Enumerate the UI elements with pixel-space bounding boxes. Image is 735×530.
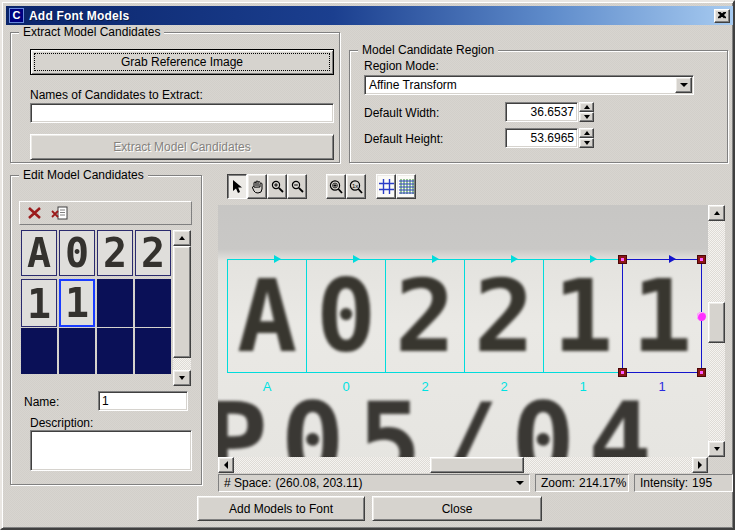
extract-group-title: Extract Model Candidates [19,25,164,39]
name-label: Name: [24,395,59,409]
character-region-box[interactable]: A [227,259,307,373]
region-mode-dropdown-icon[interactable] [675,77,692,93]
image-character: 1 [553,258,613,375]
viewer-scroll-down-icon[interactable] [708,441,725,457]
names-of-candidates-input[interactable] [34,106,330,120]
zoom-in-icon[interactable] [267,174,287,199]
coordinate-space-combobox[interactable]: # Space: (260.08, 203.11) [218,474,530,492]
zoom-status: Zoom: 214.17% [535,474,629,492]
region-corner-handle[interactable] [618,255,627,264]
region-mode-combobox[interactable]: Affine Transform [364,75,694,95]
empty-candidate-cell[interactable] [21,328,57,374]
zoom-1x-icon[interactable]: 1x [346,174,366,199]
character-region-label: A [227,379,307,394]
candidate-thumbnail-char: 1 [27,282,51,326]
grab-reference-image-button[interactable]: Grab Reference Image [30,49,334,75]
candidate-scroll-up-icon[interactable] [173,230,191,246]
image-character: A [237,258,297,375]
candidate-scroll-down-icon[interactable] [173,370,191,386]
zoom-out-icon[interactable] [287,174,307,199]
candidate-cell[interactable]: 1 [21,279,57,327]
character-region-label: 2 [464,379,544,394]
close-icon[interactable] [714,9,730,23]
region-corner-handle[interactable] [618,368,627,377]
image-viewer[interactable]: P05/04 AA0022221111 [218,205,708,457]
space-value: (260.08, 203.11) [275,476,362,490]
delete-candidate-icon[interactable] [27,206,42,220]
description-textarea[interactable] [34,433,188,468]
svg-text:1x: 1x [352,183,358,189]
extract-model-candidates-button[interactable]: Extract Model Candidates [30,134,334,160]
region-direction-arrow-icon [353,255,360,263]
space-label: # Space: [224,476,271,490]
select-tool-icon[interactable] [227,174,247,199]
candidate-thumbnail-char: 2 [141,231,165,275]
image-character: 2 [395,258,455,375]
space-dropdown-icon[interactable] [516,481,524,485]
interactive-zoom-icon[interactable] [326,174,346,199]
candidate-cell[interactable]: 1 [59,279,95,327]
pan-tool-icon[interactable] [247,174,267,199]
image-text-row2: P05/04 [218,389,665,457]
name-input[interactable] [102,394,184,408]
selected-character-region-box[interactable]: 1 [622,259,702,373]
region-direction-arrow-icon [511,255,518,263]
description-field-wrap [30,430,192,471]
default-width-label: Default Width: [364,106,439,120]
default-width-input[interactable] [509,105,574,119]
add-font-models-dialog: C Add Font Models Extract Model Candidat… [0,0,735,530]
viewer-vscroll-thumb[interactable] [708,302,725,343]
region-corner-handle[interactable] [697,368,706,377]
region-direction-arrow-icon [669,255,676,263]
region-rotation-handle[interactable] [697,312,706,321]
empty-candidate-cell[interactable] [59,328,95,374]
character-region-box[interactable]: 0 [306,259,386,373]
viewer-scroll-up-icon[interactable] [708,205,725,221]
image-character: 1 [632,258,692,375]
region-corner-handle[interactable] [697,255,706,264]
grid-icon[interactable] [376,174,396,199]
names-of-candidates-label: Names of Candidates to Extract: [30,88,203,102]
character-region-box[interactable]: 2 [464,259,544,373]
candidate-cell[interactable]: 2 [97,230,133,276]
edit-group-title: Edit Model Candidates [19,168,148,182]
region-direction-arrow-icon [274,255,281,263]
close-button[interactable]: Close [372,496,542,521]
fine-grid-icon[interactable] [396,174,416,199]
candidate-thumbnail-char: 0 [65,231,89,275]
default-width-spin-down-icon[interactable] [579,112,594,122]
intensity-status: Intensity: 195 [634,474,733,492]
candidate-scroll-thumb[interactable] [173,246,191,358]
edit-toolbar [19,201,192,225]
empty-candidate-cell[interactable] [97,279,133,327]
intensity-label: Intensity: [640,476,688,490]
default-height-input[interactable] [509,131,574,145]
candidate-cell[interactable]: 2 [135,230,171,276]
titlebar[interactable]: C Add Font Models [6,6,733,25]
character-region-label: 0 [306,379,386,394]
viewer-hscroll-thumb[interactable] [430,457,524,473]
character-region-box[interactable]: 2 [385,259,465,373]
viewer-scroll-right-icon[interactable] [692,457,708,473]
image-character: 0 [316,258,376,375]
region-direction-arrow-icon [590,255,597,263]
delete-all-candidates-icon[interactable] [51,206,69,221]
candidate-cell[interactable]: A [21,230,57,276]
intensity-value: 195 [692,476,712,490]
region-direction-arrow-icon [432,255,439,263]
default-height-spin-up-icon[interactable] [579,128,594,138]
candidate-thumbnail-char: 1 [65,281,89,325]
app-icon: C [9,8,24,23]
viewer-scroll-left-icon[interactable] [218,457,234,473]
empty-candidate-cell[interactable] [135,328,171,374]
empty-candidate-cell[interactable] [97,328,133,374]
add-models-to-font-button[interactable]: Add Models to Font [197,496,365,521]
default-width-spin-up-icon[interactable] [579,102,594,112]
default-height-label: Default Height: [364,132,443,146]
empty-candidate-cell[interactable] [135,279,171,327]
default-height-spin-down-icon[interactable] [579,138,594,148]
character-region-box[interactable]: 1 [543,259,623,373]
candidate-cell[interactable]: 0 [59,230,95,276]
character-region-label: 1 [543,379,623,394]
zoom-value: 214.17% [579,476,626,490]
